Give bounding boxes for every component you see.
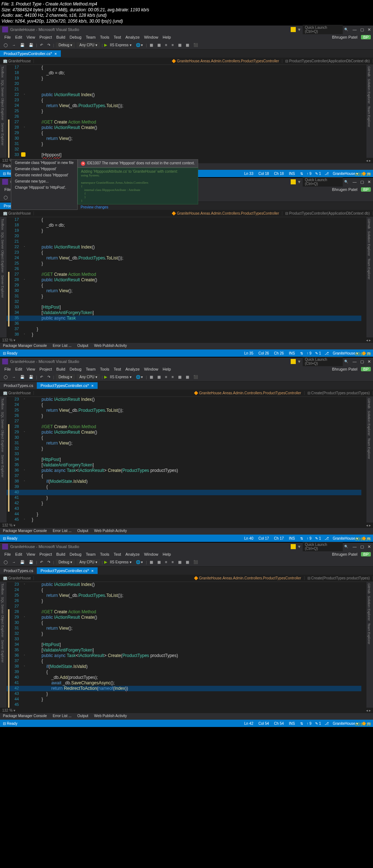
user-badge[interactable]: BP (361, 367, 371, 371)
code-line[interactable]: 32 } (7, 446, 361, 451)
code-line[interactable]: 29 { (7, 130, 361, 136)
code-line[interactable]: 29- public IActionResult Create() (7, 430, 361, 435)
tb-icon[interactable]: ▦ (148, 374, 154, 380)
tool-tab[interactable]: Server Explorer (1, 123, 6, 146)
code-line[interactable]: 36 (7, 321, 361, 327)
code-line[interactable]: 28- public IActionResult Create() (7, 125, 361, 130)
code-line[interactable]: 33 (7, 451, 361, 457)
code-line[interactable]: 43 } (7, 691, 361, 697)
menu-item[interactable]: Project (37, 552, 54, 556)
tool-tab[interactable]: GitHub (367, 219, 372, 229)
maximize-button[interactable]: ▢ (360, 359, 364, 364)
tb-icon[interactable]: ⬛ (192, 42, 199, 48)
user-name[interactable]: Bhrugen Patel (330, 35, 360, 39)
tool-tab[interactable]: Team Explorer (367, 623, 372, 644)
save-all-icon[interactable]: 💾 (27, 42, 35, 48)
config-combo[interactable]: Debug ▾ (56, 374, 75, 380)
nav-fwd-icon[interactable]: → (11, 374, 17, 380)
git-pull-icon[interactable]: ⇅ (300, 722, 303, 726)
tool-tab[interactable]: Solution Explorer (367, 79, 372, 104)
code-line[interactable]: 36- public async Task<IActionResult> Cre… (7, 653, 361, 658)
quick-launch-input[interactable]: Quick Launch (Ctrl+Q) (303, 357, 343, 366)
git-up[interactable]: ↑ 9 (307, 351, 311, 355)
menu-item[interactable]: Analyze (123, 552, 142, 556)
code-line[interactable]: 39 { (7, 484, 361, 490)
quick-action-item[interactable]: Change 'Htpppost' to 'HttpPost'. (11, 184, 77, 191)
tool-tab[interactable]: Team Explorer (367, 438, 372, 459)
menu-item[interactable]: Build (54, 35, 67, 39)
tb-icon[interactable]: ≡ (164, 559, 169, 565)
code-line[interactable]: 42 } (7, 501, 361, 506)
menu-item[interactable]: Help (161, 35, 173, 39)
code-line[interactable]: 25 return View(_db.ProductTypes.ToList()… (7, 593, 361, 598)
save-icon[interactable]: 💾 (19, 559, 26, 565)
code-line[interactable]: 35 [ValidateAntiForgeryToken] (7, 648, 361, 653)
editor-tab[interactable]: ProductTypes.cs (0, 382, 37, 389)
code-line[interactable]: 24 { (7, 402, 361, 408)
code-line[interactable]: 40 _db.Add(productTypes); (7, 675, 361, 680)
git-down[interactable]: ✎ 1 (315, 172, 321, 176)
tool-tab[interactable]: SQL Server Object Explorer (1, 597, 6, 637)
context-namespace[interactable]: 🏢 GraniteHouse (0, 59, 34, 63)
context-namespace[interactable]: 🏢 GraniteHouse (0, 576, 34, 580)
code-line[interactable]: 28 //GET Create Action Method (7, 609, 361, 615)
tb-icon[interactable]: ⬛ (192, 374, 199, 380)
output-tab[interactable]: Output (74, 528, 91, 535)
code-line[interactable]: 26 } (7, 598, 361, 604)
lightbulb-icon[interactable] (21, 152, 25, 157)
user-name[interactable]: Bhrugen Patel (330, 187, 360, 192)
branch-name[interactable]: GraniteHouse ▾ (333, 536, 358, 540)
redo-icon[interactable]: ↷ (46, 42, 52, 48)
menu-item[interactable]: Build (54, 552, 67, 556)
output-tab[interactable]: Package Manager Console (0, 528, 50, 535)
code-line[interactable]: 22- public IActionResult Index() (7, 245, 361, 250)
platform-combo[interactable]: Any CPU ▾ (76, 374, 100, 380)
code-line[interactable]: 23 { (7, 250, 361, 255)
nav-fwd-icon[interactable]: → (11, 559, 17, 565)
output-tab[interactable]: Output (74, 713, 91, 720)
tb-icon[interactable]: ▦ (177, 374, 183, 380)
output-tab[interactable]: Package Manager Console (0, 343, 50, 349)
git-up[interactable]: ↑ 9 (307, 536, 311, 540)
context-method[interactable]: ⊟ Create(ProductTypes productTypes) (305, 576, 373, 580)
platform-combo[interactable]: Any CPU ▾ (76, 559, 100, 565)
code-line[interactable]: 41 await _db.SaveChangesAsync(); (7, 680, 361, 686)
code-line[interactable]: 26 (7, 266, 361, 272)
output-tab[interactable]: Error List ... (50, 343, 75, 349)
config-combo[interactable]: Debug ▾ (56, 42, 75, 48)
output-tab[interactable]: Error List ... (50, 528, 75, 535)
config-combo[interactable]: Debug ▾ (56, 559, 75, 565)
close-button[interactable]: ✕ (368, 27, 371, 32)
code-line[interactable]: 19 } (7, 76, 361, 81)
code-line[interactable]: 22- public IActionResult Index() (7, 92, 361, 98)
tb-icon[interactable]: ▦ (177, 559, 183, 565)
code-line[interactable]: 32 (7, 147, 361, 152)
git-pull-icon[interactable]: ⇅ (300, 172, 303, 176)
scrollbar[interactable] (361, 397, 366, 523)
code-line[interactable]: 25 return View(_db.ProductTypes.ToList()… (7, 408, 361, 413)
git-pull-icon[interactable]: ⇅ (300, 351, 303, 355)
code-line[interactable]: 35 public async Task (7, 316, 361, 321)
editor-tab[interactable]: ProductTypesController.cs*✕ (37, 567, 98, 574)
maximize-button[interactable]: ▢ (360, 27, 364, 32)
code-line[interactable]: 36- public async Task<IActionResult> Cre… (7, 468, 361, 473)
code-line[interactable]: 44 } (7, 697, 361, 702)
code-editor[interactable]: 23- public IActionResult Index()24 {25 r… (7, 582, 361, 708)
menu-item[interactable]: Project (37, 35, 54, 39)
scrollbar[interactable] (361, 217, 366, 337)
user-name[interactable]: Bhrugen Patel (330, 552, 360, 556)
tb-icon[interactable]: ≡ (164, 374, 169, 380)
menu-item[interactable]: Debug (67, 552, 83, 556)
tool-tab[interactable]: GitHub (367, 66, 372, 77)
tool-tab[interactable]: Server Explorer (1, 455, 6, 478)
code-line[interactable]: 37 { (7, 658, 361, 664)
output-tab[interactable]: Error List ... (50, 713, 75, 720)
menu-item[interactable]: Team (84, 367, 98, 371)
code-line[interactable]: 29 { (7, 283, 361, 288)
tool-tab[interactable]: SQL Server Object Explorer (1, 412, 6, 452)
tool-tab[interactable]: Solution Explorer (367, 231, 372, 256)
play-icon[interactable]: ▶ (104, 560, 107, 564)
tool-tab[interactable]: GitHub (367, 583, 372, 594)
user-badge[interactable]: BP (361, 187, 371, 192)
minimize-button[interactable]: — (353, 544, 357, 549)
